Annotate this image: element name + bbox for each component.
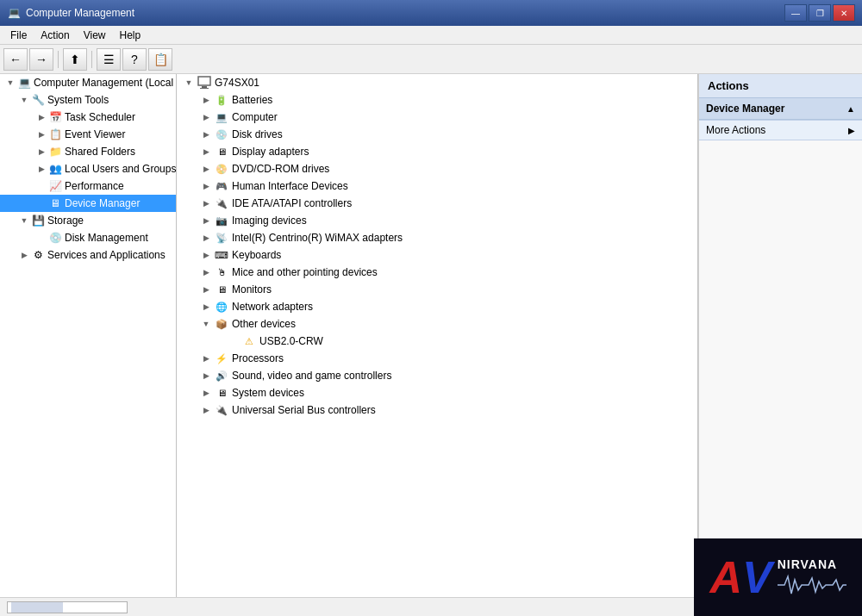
mouse-icon: 🖱 bbox=[215, 265, 228, 279]
device-computer[interactable]: ▶ 💻 Computer bbox=[177, 109, 697, 126]
processor-icon: ⚡ bbox=[215, 352, 228, 365]
hid-icon: 🎮 bbox=[215, 179, 228, 193]
system-tools-label: System Tools bbox=[47, 94, 109, 106]
device-usb-controllers[interactable]: ▶ 🔌 Universal Serial Bus controllers bbox=[177, 401, 697, 419]
computer-icon bbox=[197, 76, 211, 90]
device-keyboards[interactable]: ▶ ⌨ Keyboards bbox=[177, 246, 697, 264]
minimize-button[interactable]: — bbox=[784, 4, 807, 22]
sidebar-item-shared-folders[interactable]: ▶ 📁 Shared Folders bbox=[0, 143, 176, 160]
usb-icon: 🔌 bbox=[215, 403, 228, 417]
tree-root[interactable]: ▼ 💻 Computer Management (Local bbox=[0, 74, 176, 91]
device-display-adapters[interactable]: ▶ 🖥 Display adapters bbox=[177, 143, 697, 160]
device-root[interactable]: ▼ G74SX01 bbox=[177, 74, 697, 91]
back-button[interactable]: ← bbox=[3, 48, 28, 71]
device-processors[interactable]: ▶ ⚡ Processors bbox=[177, 350, 697, 367]
actions-panel: Actions Device Manager ▲ More Actions ▶ bbox=[698, 74, 862, 597]
device-system-devices[interactable]: ▶ 🖥 System devices bbox=[177, 384, 697, 401]
sidebar-item-device-manager[interactable]: 🖥 Device Manager bbox=[0, 195, 176, 212]
ide-icon: 🔌 bbox=[215, 196, 228, 210]
device-ide[interactable]: ▶ 🔌 IDE ATA/ATAPI controllers bbox=[177, 195, 697, 212]
menu-bar: File Action View Help bbox=[0, 26, 862, 45]
toolbar-separator-2 bbox=[91, 51, 92, 68]
imaging-icon: 📷 bbox=[215, 214, 228, 227]
more-actions-arrow-icon: ▶ bbox=[848, 126, 855, 135]
action-section-device-manager: Device Manager ▲ bbox=[699, 98, 862, 121]
device-disk-drives[interactable]: ▶ 💿 Disk drives bbox=[177, 126, 697, 143]
help-button[interactable]: ? bbox=[122, 48, 147, 71]
left-panel: ▼ 💻 Computer Management (Local ▼ 🔧 Syste… bbox=[0, 74, 177, 597]
dvd-icon: 📀 bbox=[215, 162, 228, 176]
battery-icon: 🔋 bbox=[215, 93, 228, 107]
sidebar-item-task-scheduler[interactable]: ▶ 📅 Task Scheduler bbox=[0, 109, 176, 126]
watermark-v: V bbox=[742, 555, 772, 600]
more-actions-item[interactable]: More Actions ▶ bbox=[699, 121, 862, 140]
device-intel-wimax[interactable]: ▶ 📡 Intel(R) Centrino(R) WiMAX adapters bbox=[177, 229, 697, 246]
svg-rect-1 bbox=[202, 86, 207, 88]
scrollbar-thumb[interactable] bbox=[11, 602, 63, 613]
main-layout: ▼ 💻 Computer Management (Local ▼ 🔧 Syste… bbox=[0, 74, 862, 597]
restore-button[interactable]: ❐ bbox=[809, 4, 831, 22]
menu-action[interactable]: Action bbox=[34, 28, 76, 43]
root-icon: 💻 bbox=[17, 76, 31, 90]
property-button[interactable]: 📋 bbox=[148, 48, 172, 71]
action-section-more: More Actions ▶ bbox=[699, 121, 862, 140]
sidebar-item-event-viewer[interactable]: ▶ 📋 Event Viewer bbox=[0, 126, 176, 143]
device-network[interactable]: ▶ 🌐 Network adapters bbox=[177, 298, 697, 315]
sidebar-item-local-users[interactable]: ▶ 👥 Local Users and Groups bbox=[0, 160, 176, 177]
other-icon: 📦 bbox=[215, 317, 228, 331]
device-batteries[interactable]: ▶ 🔋 Batteries bbox=[177, 91, 697, 109]
device-manager-label: Device Manager bbox=[706, 103, 784, 115]
device-root-label: G74SX01 bbox=[215, 77, 259, 89]
computer-sm-icon: 💻 bbox=[215, 110, 228, 124]
device-hid[interactable]: ▶ 🎮 Human Interface Devices bbox=[177, 177, 697, 195]
wimax-icon: 📡 bbox=[215, 231, 228, 245]
sidebar-item-system-tools[interactable]: ▼ 🔧 System Tools bbox=[0, 91, 176, 109]
toolbar: ← → ⬆ ☰ ? 📋 bbox=[0, 45, 862, 74]
center-panel: ▼ G74SX01 ▶ 🔋 Batteries ▶ 💻 Computer ▶ 💿… bbox=[177, 74, 698, 597]
device-usb2crw[interactable]: ⚠ USB2.0-CRW bbox=[177, 333, 697, 350]
device-manager-section-header[interactable]: Device Manager ▲ bbox=[699, 98, 862, 120]
sidebar-item-storage[interactable]: ▼ 💾 Storage bbox=[0, 212, 176, 229]
warning-icon: ⚠ bbox=[242, 334, 256, 348]
sysdev-icon: 🖥 bbox=[215, 386, 228, 400]
watermark-text-block: NIRVANA bbox=[778, 557, 846, 597]
close-button[interactable]: ✕ bbox=[833, 4, 855, 22]
root-label: Computer Management (Local bbox=[34, 77, 173, 89]
root-toggle: ▼ bbox=[3, 76, 17, 90]
device-imaging[interactable]: ▶ 📷 Imaging devices bbox=[177, 212, 697, 229]
menu-help[interactable]: Help bbox=[113, 28, 148, 43]
watermark-a: A bbox=[709, 555, 742, 600]
device-other[interactable]: ▼ 📦 Other devices bbox=[177, 315, 697, 333]
device-dvd[interactable]: ▶ 📀 DVD/CD-ROM drives bbox=[177, 160, 697, 177]
menu-file[interactable]: File bbox=[3, 28, 34, 43]
collapse-arrow-icon: ▲ bbox=[846, 104, 855, 114]
more-actions-label: More Actions bbox=[706, 124, 765, 136]
title-bar: 💻 Computer Management — ❐ ✕ bbox=[0, 0, 862, 26]
window-controls: — ❐ ✕ bbox=[784, 4, 855, 22]
sidebar-item-services[interactable]: ▶ ⚙ Services and Applications bbox=[0, 246, 176, 264]
display-icon: 🖥 bbox=[215, 145, 228, 159]
device-mice[interactable]: ▶ 🖱 Mice and other pointing devices bbox=[177, 264, 697, 281]
svg-rect-2 bbox=[200, 88, 209, 89]
view-button[interactable]: ☰ bbox=[97, 48, 121, 71]
waveform-icon bbox=[778, 573, 846, 597]
network-icon: 🌐 bbox=[215, 300, 228, 314]
window-title: Computer Management bbox=[26, 7, 134, 19]
sound-icon: 🔊 bbox=[215, 369, 228, 383]
actions-header: Actions bbox=[699, 74, 862, 98]
keyboard-icon: ⌨ bbox=[215, 248, 228, 262]
app-icon: 💻 bbox=[7, 6, 21, 20]
sidebar-item-performance[interactable]: 📈 Performance bbox=[0, 177, 176, 195]
menu-view[interactable]: View bbox=[77, 28, 113, 43]
svg-rect-0 bbox=[198, 77, 210, 85]
toolbar-separator bbox=[58, 51, 59, 68]
device-sound[interactable]: ▶ 🔊 Sound, video and game controllers bbox=[177, 367, 697, 384]
horizontal-scrollbar[interactable] bbox=[7, 601, 128, 613]
monitor-icon: 🖥 bbox=[215, 283, 228, 296]
disk-icon: 💿 bbox=[215, 128, 228, 141]
device-monitors[interactable]: ▶ 🖥 Monitors bbox=[177, 281, 697, 298]
watermark-nirvana: NIRVANA bbox=[778, 557, 846, 571]
up-button[interactable]: ⬆ bbox=[63, 48, 87, 71]
sidebar-item-disk-management[interactable]: 💿 Disk Management bbox=[0, 229, 176, 246]
forward-button[interactable]: → bbox=[29, 48, 53, 71]
